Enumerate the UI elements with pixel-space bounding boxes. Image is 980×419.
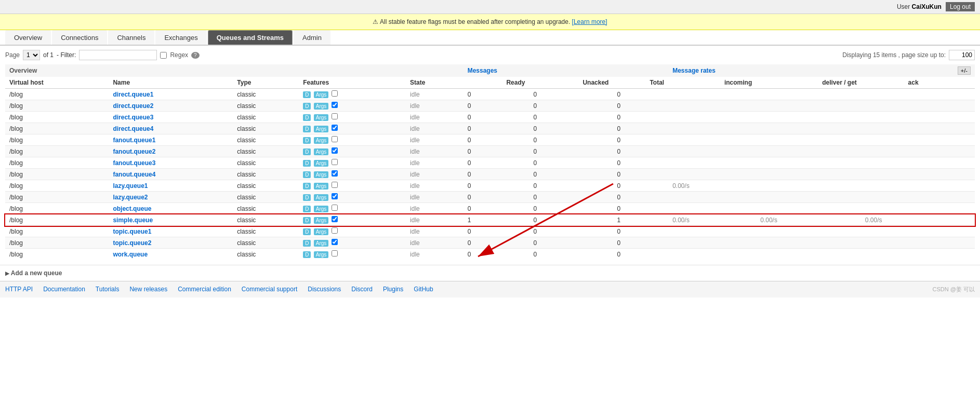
tag-args[interactable]: Args <box>314 103 329 110</box>
cell-name[interactable]: simple.queue <box>109 214 233 226</box>
tag-d[interactable]: D <box>303 148 311 155</box>
feature-checkbox[interactable] <box>332 216 338 222</box>
cell-name[interactable]: lazy.queue2 <box>109 192 233 203</box>
logout-button[interactable]: Log out <box>946 2 975 11</box>
cell-name[interactable]: direct.queue1 <box>109 89 233 100</box>
nav-tabs: Overview Connections Channels Exchanges … <box>0 30 980 46</box>
cell-type: classic <box>233 169 299 180</box>
tag-args[interactable]: Args <box>314 160 329 167</box>
plus-minus-button[interactable]: +/- <box>958 66 971 75</box>
tag-args[interactable]: Args <box>314 183 329 190</box>
tag-d[interactable]: D <box>303 194 311 201</box>
tag-args[interactable]: Args <box>314 217 329 224</box>
feature-checkbox[interactable] <box>332 170 338 177</box>
tag-d[interactable]: D <box>303 217 311 224</box>
tag-args[interactable]: Args <box>314 228 329 235</box>
footer-discussions[interactable]: Discussions <box>308 286 341 293</box>
tab-admin[interactable]: Admin <box>294 30 330 45</box>
feature-checkbox[interactable] <box>332 90 338 97</box>
tab-overview[interactable]: Overview <box>5 30 51 45</box>
footer-documentation[interactable]: Documentation <box>43 286 85 293</box>
footer-plugins[interactable]: Plugins <box>383 286 403 293</box>
cell-incoming <box>668 89 756 100</box>
feature-checkbox[interactable] <box>332 147 338 154</box>
cell-name[interactable]: direct.queue4 <box>109 123 233 134</box>
feature-checkbox[interactable] <box>332 205 338 211</box>
footer-commercial-edition[interactable]: Commercial edition <box>178 286 231 293</box>
cell-name[interactable]: fanout.queue3 <box>109 157 233 169</box>
cell-name[interactable]: fanout.queue4 <box>109 169 233 180</box>
footer-discord[interactable]: Discord <box>351 286 373 293</box>
regex-checkbox[interactable] <box>160 52 167 59</box>
tag-args[interactable]: Args <box>314 206 329 212</box>
tag-d[interactable]: D <box>303 183 311 190</box>
tag-d[interactable]: D <box>303 103 311 110</box>
col-header-row: Virtual host Name Type Features State Re… <box>5 77 975 89</box>
feature-checkbox[interactable] <box>332 239 338 245</box>
footer-tutorials[interactable]: Tutorials <box>96 286 120 293</box>
footer-commercial-support[interactable]: Commercial support <box>242 286 297 293</box>
feature-checkbox[interactable] <box>332 136 338 142</box>
tag-d[interactable]: D <box>303 240 311 247</box>
tag-args[interactable]: Args <box>314 171 329 178</box>
col-name: Name <box>109 77 233 89</box>
cell-name[interactable]: direct.queue2 <box>109 100 233 112</box>
feature-checkbox[interactable] <box>332 227 338 234</box>
footer-new-releases[interactable]: New releases <box>129 286 167 293</box>
footer-http-api[interactable]: HTTP API <box>5 286 33 293</box>
cell-name[interactable]: fanout.queue1 <box>109 134 233 146</box>
tag-d[interactable]: D <box>303 126 311 132</box>
plus-minus-header[interactable]: +/- <box>923 64 975 77</box>
cell-state: idle <box>406 100 463 112</box>
cell-name[interactable]: topic.queue1 <box>109 226 233 237</box>
cell-name[interactable]: work.queue <box>109 249 233 260</box>
cell-name[interactable]: topic.queue2 <box>109 237 233 249</box>
tag-d[interactable]: D <box>303 114 311 121</box>
learn-more-link[interactable]: [Learn more] <box>572 18 607 25</box>
tag-args[interactable]: Args <box>314 240 329 247</box>
feature-checkbox[interactable] <box>332 102 338 108</box>
tag-d[interactable]: D <box>303 160 311 167</box>
tag-args[interactable]: Args <box>314 148 329 155</box>
feature-checkbox[interactable] <box>332 250 338 256</box>
cell-incoming <box>668 123 756 134</box>
add-queue-toggle[interactable]: Add a new queue <box>5 269 62 277</box>
tag-d[interactable]: D <box>303 206 311 212</box>
filter-input[interactable] <box>79 50 157 60</box>
tag-args[interactable]: Args <box>314 194 329 201</box>
feature-checkbox[interactable] <box>332 159 338 165</box>
cell-incoming <box>668 157 756 169</box>
tag-d[interactable]: D <box>303 137 311 144</box>
footer-github[interactable]: GitHub <box>414 286 433 293</box>
tag-d[interactable]: D <box>303 251 311 258</box>
cell-ready: 0 <box>463 226 529 237</box>
tag-args[interactable]: Args <box>314 126 329 132</box>
tag-args[interactable]: Args <box>314 114 329 121</box>
cell-name[interactable]: direct.queue3 <box>109 112 233 123</box>
regex-tooltip[interactable]: ? <box>191 52 200 59</box>
tab-exchanges[interactable]: Exchanges <box>155 30 206 45</box>
feature-checkbox[interactable] <box>332 113 338 119</box>
feature-checkbox[interactable] <box>332 182 338 188</box>
tab-queues[interactable]: Queues and Streams <box>208 30 293 45</box>
tab-channels[interactable]: Channels <box>108 30 154 45</box>
tag-args[interactable]: Args <box>314 91 329 98</box>
tag-args[interactable]: Args <box>314 137 329 144</box>
feature-checkbox[interactable] <box>332 125 338 131</box>
feature-checkbox[interactable] <box>332 193 338 199</box>
tag-d[interactable]: D <box>303 91 311 98</box>
cell-name[interactable]: lazy.queue1 <box>109 180 233 192</box>
cell-total: 0 <box>613 146 668 157</box>
tab-connections[interactable]: Connections <box>52 30 107 45</box>
page-select[interactable]: 1 <box>23 50 40 60</box>
page-size-input[interactable] <box>949 50 975 60</box>
tag-d[interactable]: D <box>303 228 311 235</box>
cell-ready: 0 <box>463 89 529 100</box>
cell-name[interactable]: object.queue <box>109 203 233 214</box>
cell-name[interactable]: fanout.queue2 <box>109 146 233 157</box>
cell-ready: 0 <box>463 100 529 112</box>
cell-incoming <box>668 134 756 146</box>
warning-message: ⚠ All stable feature flags must be enabl… <box>373 18 570 25</box>
tag-args[interactable]: Args <box>314 251 329 258</box>
tag-d[interactable]: D <box>303 171 311 178</box>
